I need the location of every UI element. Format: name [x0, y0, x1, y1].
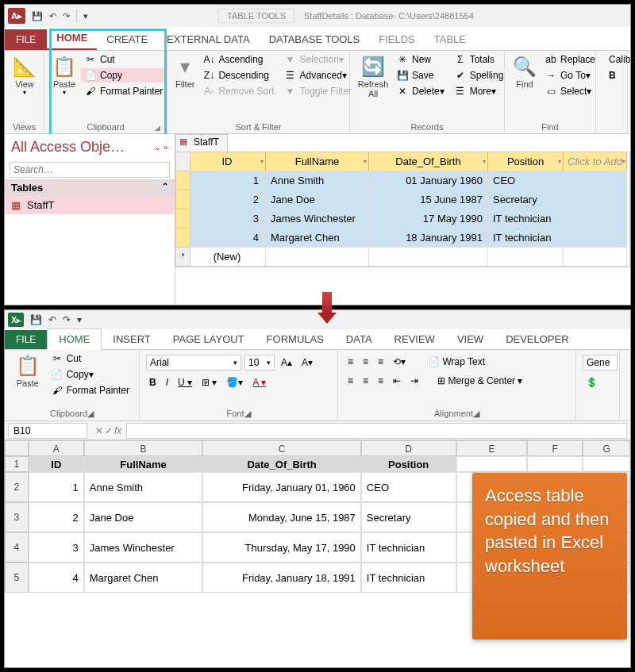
align-left-icon[interactable]: ≡ — [344, 374, 356, 388]
remove-sort-button[interactable]: A▫Remove Sort — [199, 84, 277, 98]
new-row[interactable]: * (New) — [176, 248, 629, 267]
nav-pane-header[interactable]: All Access Obje…⌄ « — [5, 134, 175, 160]
fill-color-button[interactable]: 🪣▾ — [223, 375, 246, 390]
copy-button[interactable]: 📄Copy ▾ — [48, 367, 133, 382]
name-box[interactable]: B10 — [8, 423, 87, 439]
increase-indent-icon[interactable]: ⇥ — [407, 374, 421, 388]
font-family-display[interactable]: Calib — [606, 52, 633, 67]
column-header-add[interactable]: Click to Add▾ — [564, 152, 627, 171]
row-header[interactable]: 2 — [5, 472, 29, 502]
decrease-indent-icon[interactable]: ⇤ — [390, 374, 404, 388]
font-size-select[interactable]: 10 ▾ — [244, 355, 275, 371]
view-tab[interactable]: VIEW — [446, 329, 495, 349]
formulas-tab[interactable]: FORMULAS — [256, 329, 335, 349]
italic-button[interactable]: I — [163, 375, 171, 390]
dialog-launcher-icon[interactable]: ◢ — [87, 409, 94, 418]
row-header[interactable]: 3 — [5, 502, 29, 532]
formula-bar[interactable] — [126, 423, 627, 439]
format-painter-button[interactable]: 🖌Format Painter — [48, 383, 133, 397]
table-stafft-item[interactable]: ▦StaffT — [5, 196, 175, 214]
table-row[interactable]: 4 Margaret Chen 18 January 1991 IT techn… — [176, 228, 629, 248]
paste-button[interactable]: 📋 Paste — [11, 351, 44, 391]
new-button[interactable]: ✳New — [393, 52, 448, 67]
column-header-dob[interactable]: Date_Of_Birth▾ — [369, 152, 488, 171]
advanced-button[interactable]: ☰Advanced ▾ — [280, 68, 354, 83]
save-icon[interactable]: 💾 — [29, 10, 46, 23]
underline-button[interactable]: U ▾ — [175, 375, 195, 390]
stafft-tab[interactable]: ▦StaffT — [175, 134, 228, 152]
table-row[interactable]: 1 Anne Smith 01 January 1960 CEO — [176, 171, 629, 190]
column-header-g[interactable]: G — [583, 440, 630, 456]
number-format-select[interactable]: Gene — [583, 355, 618, 371]
column-header-b[interactable]: B — [84, 440, 203, 456]
copy-button[interactable]: 📄Copy — [81, 68, 166, 83]
ascending-button[interactable]: A↓Ascending — [199, 52, 277, 67]
decrease-font-icon[interactable]: A▾ — [298, 355, 316, 370]
review-tab[interactable]: REVIEW — [383, 329, 446, 349]
data-tab[interactable]: DATA — [335, 329, 383, 349]
column-header-d[interactable]: D — [361, 440, 456, 456]
column-header-position[interactable]: Position▾ — [488, 152, 564, 171]
home-tab[interactable]: HOME — [47, 27, 97, 50]
create-tab[interactable]: CREATE — [97, 29, 157, 50]
enter-icon[interactable]: ✓ — [105, 425, 113, 436]
cut-button[interactable]: ✂Cut — [48, 351, 133, 366]
delete-button[interactable]: ✕Delete ▾ — [393, 84, 448, 98]
table-tab[interactable]: TABLE — [425, 29, 475, 50]
wrap-text-button[interactable]: 📄 Wrap Text — [425, 355, 488, 369]
file-tab[interactable]: FILE — [5, 330, 47, 349]
column-header-a[interactable]: A — [29, 440, 84, 456]
row-header-1[interactable]: 1 — [5, 456, 29, 472]
undo-icon[interactable]: ↶ — [46, 10, 60, 23]
border-button[interactable]: ⊞ ▾ — [198, 375, 220, 390]
view-button[interactable]: 📐 View ▾ — [11, 52, 38, 99]
redo-icon[interactable]: ↷ — [60, 313, 74, 327]
column-header-e[interactable]: E — [456, 440, 528, 456]
descending-button[interactable]: Z↓Descending — [199, 68, 277, 83]
filter-button[interactable]: ▾ Filter — [174, 52, 196, 92]
column-header-c[interactable]: C — [202, 440, 360, 456]
save-icon[interactable]: 💾 — [27, 313, 45, 327]
fx-icon[interactable]: fx — [114, 425, 121, 436]
refresh-all-button[interactable]: 🔄 Refresh All — [356, 52, 390, 102]
redo-icon[interactable]: ↷ — [60, 10, 73, 23]
table-row[interactable]: 3 James Winchester 17 May 1990 IT techni… — [176, 209, 629, 228]
paste-button[interactable]: 📋 Paste ▾ — [51, 52, 78, 99]
dropdown-icon[interactable]: ▾ — [80, 10, 91, 23]
page-layout-tab[interactable]: PAGE LAYOUT — [162, 329, 256, 349]
select-button[interactable]: ▭Select ▾ — [541, 84, 598, 98]
cancel-icon[interactable]: ✕ — [95, 425, 103, 436]
font-color-button[interactable]: A ▾ — [249, 375, 269, 390]
align-bottom-icon[interactable]: ≡ — [375, 355, 387, 369]
totals-button[interactable]: ΣTotals — [451, 52, 507, 67]
bold-button[interactable]: B — [146, 375, 160, 390]
toggle-filter-button[interactable]: ▼Toggle Filter — [280, 84, 354, 98]
align-right-icon[interactable]: ≡ — [375, 374, 387, 388]
undo-icon[interactable]: ↶ — [45, 313, 60, 327]
table-row[interactable]: 2 Jane Doe 15 June 1987 Secretary — [176, 190, 629, 209]
select-all-cell[interactable] — [5, 440, 29, 456]
row-header[interactable]: 4 — [5, 532, 29, 563]
select-all-cell[interactable] — [176, 152, 190, 171]
dialog-launcher-icon[interactable]: ◢ — [473, 409, 479, 418]
row-header[interactable]: 5 — [5, 563, 29, 593]
find-button[interactable]: 🔍 Find — [511, 52, 538, 92]
dialog-launcher-icon[interactable]: ◢ — [155, 124, 160, 132]
dialog-launcher-icon[interactable]: ◢ — [244, 409, 251, 418]
data-grid[interactable]: ID▾ FullName▾ Date_Of_Birth▾ Position▾ C… — [175, 152, 630, 267]
database-tools-tab[interactable]: DATABASE TOOLS — [260, 29, 370, 50]
developer-tab[interactable]: DEVELOPER — [495, 329, 579, 349]
currency-icon[interactable]: 💲 — [583, 375, 601, 390]
replace-button[interactable]: abReplace — [541, 52, 598, 67]
qat-dropdown-icon[interactable]: ▾ — [74, 313, 85, 327]
tables-section-header[interactable]: Tables⌃ — [5, 179, 175, 196]
file-tab[interactable]: FILE — [5, 29, 47, 50]
column-header-id[interactable]: ID▾ — [190, 152, 266, 171]
nav-search-input[interactable] — [10, 162, 170, 178]
home-tab[interactable]: HOME — [47, 328, 102, 350]
bold-button[interactable]: B — [606, 68, 633, 83]
save-record-button[interactable]: 💾Save — [393, 68, 448, 83]
align-top-icon[interactable]: ≡ — [344, 355, 356, 369]
merge-center-button[interactable]: ⊞ Merge & Center ▾ — [434, 374, 525, 388]
column-header-fullname[interactable]: FullName▾ — [266, 152, 369, 171]
